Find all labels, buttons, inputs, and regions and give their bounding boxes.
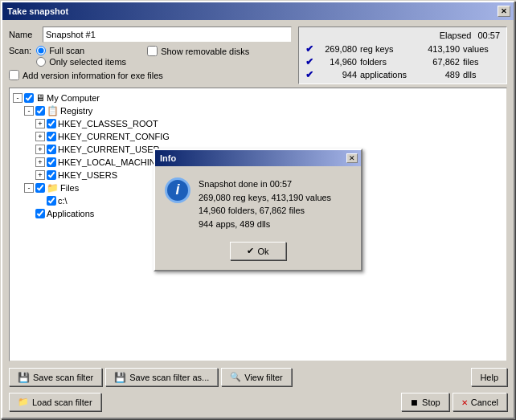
info-title-bar: Info ✕ xyxy=(155,150,361,166)
info-line-4: 944 apps, 489 dlls xyxy=(199,218,331,231)
info-dialog: Info ✕ i Snapshot done in 00:57 269,080 … xyxy=(154,149,362,271)
modal-overlay: Info ✕ i Snapshot done in 00:57 269,080 … xyxy=(2,2,514,418)
info-line-3: 14,960 folders, 67,862 files xyxy=(199,204,331,218)
info-line-1: Snapshot done in 00:57 xyxy=(199,177,331,191)
info-body: i Snapshot done in 00:57 269,080 reg key… xyxy=(155,166,361,239)
info-message: Snapshot done in 00:57 269,080 reg keys,… xyxy=(199,177,331,230)
info-icon-circle: i xyxy=(165,177,190,203)
info-close-button[interactable]: ✕ xyxy=(346,153,358,163)
info-title: Info xyxy=(160,153,176,163)
main-dialog: Take snapshot ✕ Name Scan: xyxy=(1,1,515,419)
ok-button[interactable]: ✔ Ok xyxy=(230,242,285,260)
info-footer: ✔ Ok xyxy=(155,239,361,270)
info-icon: i xyxy=(175,181,179,198)
info-line-2: 269,080 reg keys, 413,190 values xyxy=(199,191,331,205)
ok-checkmark: ✔ xyxy=(247,246,254,256)
ok-label: Ok xyxy=(257,247,268,256)
